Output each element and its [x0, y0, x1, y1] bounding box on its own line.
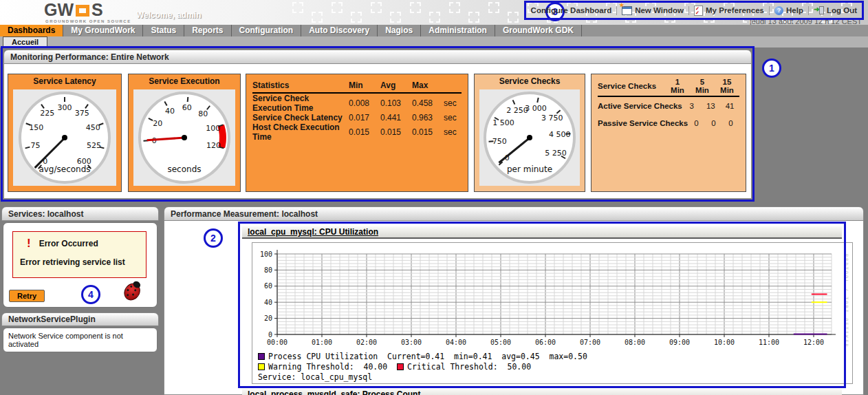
help-button[interactable]: ?Help: [774, 6, 803, 15]
gauge-title: Service Checks: [475, 74, 585, 86]
divider: [616, 6, 617, 15]
groundwork-logo: GWS: [44, 1, 103, 19]
gauge-panel-service-checks: Service Checks07501 5002 2503 0003 7504 …: [474, 74, 585, 192]
nav-item-status[interactable]: Status: [143, 25, 184, 36]
logout-icon: [814, 6, 824, 14]
tab-accueil[interactable]: Accueil: [3, 36, 47, 47]
performance-measurement-title: Performance Measurement: localhost: [164, 206, 864, 221]
services-content: !Error Occurred Error retrieving service…: [3, 222, 158, 308]
nav-item-nagios[interactable]: Nagios: [378, 25, 421, 36]
nav-item-my-groundwork[interactable]: My GroundWork: [63, 25, 143, 36]
bracket-pattern-icon: [351, 12, 362, 23]
cpu-utilization-chart: 0 20 40 60 80 100 00:00 01:00 02:00 03:0…: [252, 242, 853, 384]
gauge-dial-service-checks: 07501 5002 2503 0003 7504 5005 250per mi…: [484, 92, 576, 184]
button-label: New Window: [635, 6, 684, 14]
error-message: Error retrieving service list: [20, 257, 146, 267]
svg-text:06:00: 06:00: [535, 339, 556, 346]
monitoring-performance-portlet: Monitoring Performance: Entire Network S…: [3, 50, 752, 199]
svg-text:20: 20: [264, 314, 272, 322]
gauge-title: Service Latency: [8, 74, 121, 86]
service-checks-header-row: Service Checks1Min5Min15Min: [598, 78, 739, 97]
gauge-bed: 020406080100120seconds: [133, 89, 235, 186]
chart-plot: 0 20 40 60 80 100 00:00 01:00 02:00 03:0…: [252, 243, 852, 350]
svg-text:12:00: 12:00: [803, 339, 824, 346]
statistics-header-row: StatisticsMinAvgMax: [252, 78, 462, 94]
button-label: Log Out: [827, 6, 857, 14]
service-checks-row: Passive Service Checks000: [598, 114, 739, 131]
logo-right-bracket-icon: [83, 5, 89, 17]
gauge-panel-service-latency: Service Latency075150225300375450525600a…: [8, 74, 122, 192]
legend-text: Critical Threshold: 50.00: [407, 362, 531, 372]
services-portlet: Services: localhost !Error Occurred Erro…: [1, 206, 159, 310]
tab-row: Accueil: [0, 36, 868, 47]
logo-subtext: GROUNDWORK OPEN SOURCE: [45, 19, 131, 23]
gauge-bed: 075150225300375450525600avg/seconds: [13, 89, 116, 186]
monitoring-performance-body: Service Latency075150225300375450525600a…: [3, 64, 752, 199]
svg-text:100: 100: [260, 250, 272, 258]
error-title: Error Occurred: [39, 239, 98, 248]
legend-text: Warning Threshold: 40.00: [268, 362, 387, 372]
gauge-title: Service Execution: [129, 74, 240, 86]
help-icon: ?: [774, 6, 783, 15]
logo-left-bracket-icon: [76, 5, 83, 17]
gauge-bed: 07501 5002 2503 0003 7504 5005 250per mi…: [479, 89, 580, 186]
nav-item-configuration[interactable]: Configuration: [232, 25, 302, 36]
svg-text:11:00: 11:00: [759, 339, 779, 346]
statistics-table: StatisticsMinAvgMax Service Check Execut…: [246, 74, 468, 191]
gauge-dial-service-execution: 020406080100120seconds: [138, 92, 230, 184]
my-preferences-button[interactable]: My Preferences: [694, 6, 764, 16]
annotation-number-2: 2: [204, 228, 223, 248]
svg-text:80: 80: [264, 266, 272, 274]
bracket-pattern-icon: [292, 2, 303, 13]
svg-text:0: 0: [268, 331, 272, 339]
svg-text:04:00: 04:00: [446, 339, 466, 346]
bug-icon: [117, 274, 149, 306]
nav-item-groundwork-gdk[interactable]: GroundWork GDK: [495, 25, 582, 36]
network-service-plugin-title: NetworkServicePlugin: [1, 312, 159, 326]
bracket-pattern-icon: [449, 2, 460, 13]
nav-item-administration[interactable]: Administration: [421, 25, 495, 36]
legend-swatch-icon: [397, 363, 404, 370]
bracket-pattern-icon: [508, 12, 519, 23]
divider: [688, 6, 689, 15]
legend-swatch-icon: [258, 363, 265, 370]
nav-item-reports[interactable]: Reports: [184, 25, 231, 36]
statistics-row: Service Check Execution Time0.0080.1030.…: [252, 96, 462, 110]
svg-text:02:00: 02:00: [356, 339, 377, 346]
svg-text:01:00: 01:00: [312, 339, 332, 346]
new-window-button[interactable]: New Window: [622, 6, 684, 15]
legend-text: Process CPU Utilization Current=0.41 min…: [268, 352, 587, 361]
svg-text:07:00: 07:00: [580, 339, 600, 346]
bracket-pattern-icon: [371, 2, 382, 13]
retry-button[interactable]: Retry: [9, 290, 45, 302]
configure-dashboard-button[interactable]: Configure Dashboard: [531, 6, 612, 14]
error-exclamation-icon: !: [27, 239, 31, 248]
chart-title[interactable]: local_cpu_mysql: CPU Utilization: [248, 227, 378, 237]
chart2-title[interactable]: local_process_mysqld_safe: Process Count: [248, 389, 420, 395]
bracket-pattern-icon: [488, 2, 499, 13]
button-label: Help: [786, 6, 803, 14]
top-links-bar: Configure DashboardNew WindowMy Preferen…: [524, 1, 864, 20]
nav-item-dashboards[interactable]: Dashboards: [0, 25, 63, 36]
legend-row: Service: local_cpu_mysql: [258, 372, 587, 382]
bracket-pattern-icon: [390, 12, 401, 23]
svg-text:60: 60: [264, 282, 272, 290]
bracket-pattern-icon: [332, 2, 343, 13]
button-label: My Preferences: [706, 6, 764, 14]
welcome-text: Welcome, admin: [136, 10, 201, 20]
log-out-button[interactable]: Log Out: [814, 6, 857, 14]
button-label: Configure Dashboard: [531, 6, 612, 14]
statistics-panel: StatisticsMinAvgMax Service Check Execut…: [246, 74, 468, 192]
service-checks-table-panel: Service Checks1Min5Min15MinActive Servic…: [591, 74, 746, 192]
chart-legend: Process CPU Utilization Current=0.41 min…: [258, 351, 587, 382]
svg-text:05:00: 05:00: [490, 339, 511, 346]
service-checks-row: Active Service Checks31341: [598, 97, 739, 114]
svg-text:10:00: 10:00: [714, 339, 735, 346]
services-title: Services: localhost: [1, 206, 159, 221]
svg-text:40: 40: [264, 299, 272, 306]
legend-text: Service: local_cpu_mysql: [258, 372, 372, 382]
new-window-icon: [622, 6, 632, 15]
divider: [808, 6, 809, 15]
nav-item-auto-discovery[interactable]: Auto Discovery: [301, 25, 378, 36]
service-checks-table: Service Checks1Min5Min15MinActive Servic…: [592, 74, 746, 191]
